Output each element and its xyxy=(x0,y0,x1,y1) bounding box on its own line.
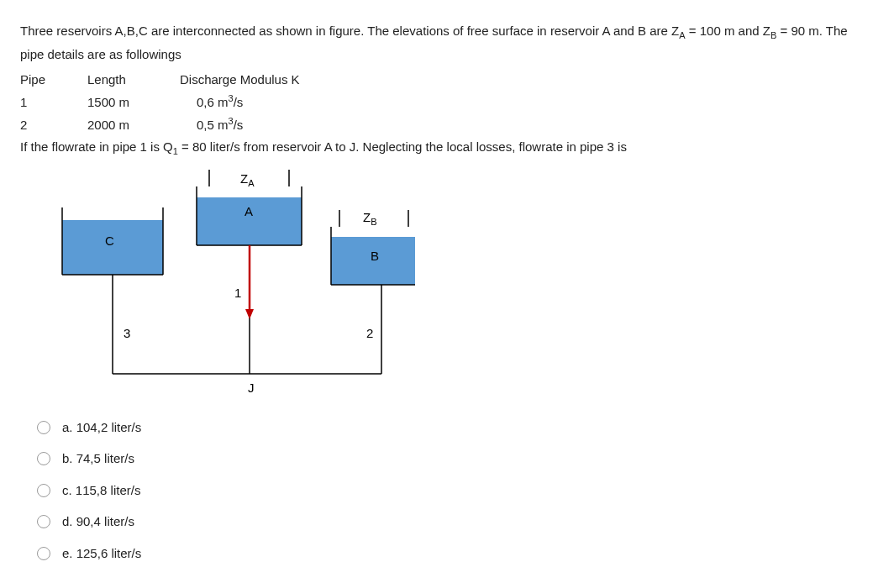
label-1: 1 xyxy=(234,286,241,300)
q-p1-a: Three reservoirs A,B,C are interconnecte… xyxy=(20,24,679,38)
option-b-label: b. 74,5 liter/s xyxy=(62,448,134,470)
label-b: B xyxy=(371,249,379,263)
table-header: Pipe Length Discharge Modulus K xyxy=(20,68,853,91)
option-d-label: d. 90,4 liter/s xyxy=(62,511,134,533)
option-b[interactable]: b. 74,5 liter/s xyxy=(37,448,853,470)
q-p2-a: If the flowrate in pipe 1 is Q xyxy=(20,139,173,154)
label-c: C xyxy=(105,234,114,248)
td-len-2: 2000 m xyxy=(87,113,180,136)
table-row: 1 1500 m 0,6 m3/s xyxy=(20,91,853,113)
radio-b[interactable] xyxy=(37,452,50,465)
question-paragraph-1: Three reservoirs A,B,C are interconnecte… xyxy=(20,20,853,65)
options-group: a. 104,2 liter/s b. 74,5 liter/s c. 115,… xyxy=(37,417,853,564)
label-3: 3 xyxy=(124,326,130,340)
th-length: Length xyxy=(87,68,180,91)
zb-label: ZB xyxy=(363,210,377,227)
svg-marker-18 xyxy=(245,309,254,319)
radio-e[interactable] xyxy=(37,547,50,560)
label-j: J xyxy=(248,381,255,395)
option-e-label: e. 125,6 liter/s xyxy=(62,543,141,564)
option-c[interactable]: c. 115,8 liter/s xyxy=(37,480,853,501)
label-2: 2 xyxy=(366,326,373,340)
za-label: ZA xyxy=(240,171,255,188)
radio-d[interactable] xyxy=(37,515,50,528)
th-discharge: Discharge Modulus K xyxy=(180,68,348,91)
q-p1-b: = 100 m and Z xyxy=(686,24,770,38)
option-e[interactable]: e. 125,6 liter/s xyxy=(37,543,853,564)
option-a[interactable]: a. 104,2 liter/s xyxy=(37,417,853,438)
td-k-2: 0,5 m3/s xyxy=(180,113,348,136)
question-paragraph-2: If the flowrate in pipe 1 is Q1 = 80 lit… xyxy=(20,136,853,160)
th-pipe: Pipe xyxy=(20,68,87,91)
td-len-1: 1500 m xyxy=(87,91,180,113)
td-k-1: 0,6 m3/s xyxy=(180,91,348,113)
td-pipe-2: 2 xyxy=(20,113,87,136)
option-a-label: a. 104,2 liter/s xyxy=(62,417,141,438)
radio-c[interactable] xyxy=(37,484,50,497)
option-c-label: c. 115,8 liter/s xyxy=(62,480,140,501)
td-pipe-1: 1 xyxy=(20,91,87,113)
q-p1-sub1: A xyxy=(679,30,685,40)
pipe-table: Pipe Length Discharge Modulus K 1 1500 m… xyxy=(20,68,853,136)
radio-a[interactable] xyxy=(37,421,50,434)
option-d[interactable]: d. 90,4 liter/s xyxy=(37,511,853,533)
table-row: 2 2000 m 0,5 m3/s xyxy=(20,113,853,136)
reservoir-figure: ZA A ZB B C 1 2 3 xyxy=(45,170,415,396)
label-a: A xyxy=(245,204,253,218)
q-p2-b: = 80 liter/s from reservoir A to J. Negl… xyxy=(178,139,627,154)
